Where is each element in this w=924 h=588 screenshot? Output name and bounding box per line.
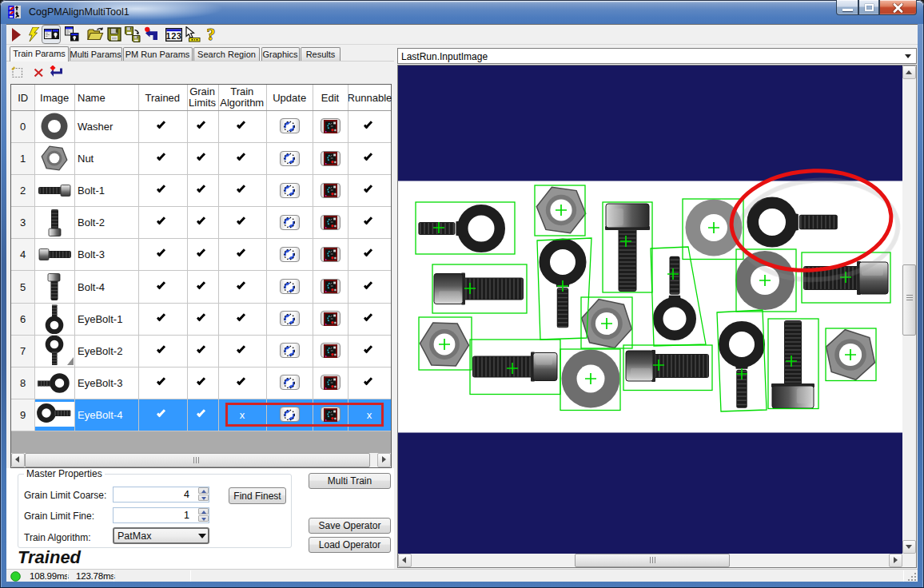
- svg-text:123: 123: [166, 31, 182, 41]
- svg-text:?: ?: [207, 26, 216, 43]
